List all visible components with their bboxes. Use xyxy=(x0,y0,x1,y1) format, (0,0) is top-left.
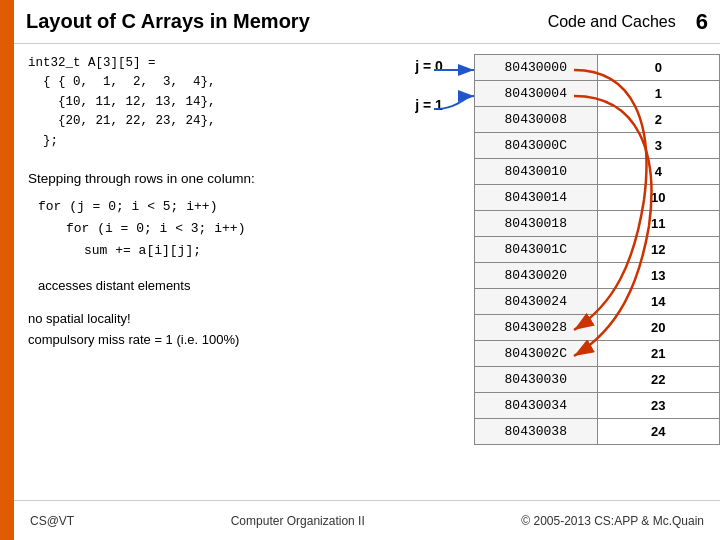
mem-val-cell: 14 xyxy=(597,289,720,315)
code-line-3: {10, 11, 12, 13, 14}, xyxy=(28,93,370,112)
mem-val-cell: 3 xyxy=(597,133,720,159)
mem-addr-cell: 80430030 xyxy=(475,367,598,393)
footer: CS@VT Computer Organization II © 2005-20… xyxy=(14,500,720,540)
for-line-3: sum += a[i][j]; xyxy=(84,240,370,262)
header-right: Code and Caches 6 xyxy=(548,9,708,35)
footer-right: © 2005-2013 CS:APP & Mc.Quain xyxy=(521,514,704,528)
mem-addr-cell: 80430028 xyxy=(475,315,598,341)
mem-addr-cell: 80430014 xyxy=(475,185,598,211)
locality-line-1: no spatial locality! xyxy=(28,309,370,330)
slide-number: 6 xyxy=(696,9,708,35)
memory-table: 80430000 0 80430004 1 80430008 2 8043000… xyxy=(474,54,720,445)
sidebar-bar xyxy=(0,0,14,540)
code-line-4: {20, 21, 22, 23, 24}, xyxy=(28,112,370,131)
table-row: 80430034 23 xyxy=(475,393,720,419)
footer-left: CS@VT xyxy=(30,514,74,528)
table-row: 80430028 20 xyxy=(475,315,720,341)
for-line-1: for (j = 0; i < 5; i++) xyxy=(38,196,370,218)
mem-val-cell: 20 xyxy=(597,315,720,341)
mem-val-cell: 10 xyxy=(597,185,720,211)
page-title: Layout of C Arrays in Memory xyxy=(26,10,310,33)
j1-label: j = 1 xyxy=(415,97,443,113)
j0-label: j = 0 xyxy=(415,58,443,74)
mem-val-cell: 4 xyxy=(597,159,720,185)
mem-addr-cell: 80430008 xyxy=(475,107,598,133)
mem-val-cell: 1 xyxy=(597,81,720,107)
table-row: 8043000C 3 xyxy=(475,133,720,159)
course-label: Code and Caches xyxy=(548,13,676,31)
header: Layout of C Arrays in Memory Code and Ca… xyxy=(14,0,720,44)
mem-addr-cell: 8043000C xyxy=(475,133,598,159)
table-row: 8043002C 21 xyxy=(475,341,720,367)
table-row: 80430038 24 xyxy=(475,419,720,445)
mem-addr-cell: 80430020 xyxy=(475,263,598,289)
mem-val-cell: 11 xyxy=(597,211,720,237)
footer-center: Computer Organization II xyxy=(231,514,365,528)
table-row: 80430008 2 xyxy=(475,107,720,133)
for-line-2: for (i = 0; i < 3; i++) xyxy=(66,218,370,240)
table-row: 8043001C 12 xyxy=(475,237,720,263)
locality-text: no spatial locality! compulsory miss rat… xyxy=(28,309,370,351)
table-row: 80430024 14 xyxy=(475,289,720,315)
mem-addr-cell: 80430010 xyxy=(475,159,598,185)
table-row: 80430014 10 xyxy=(475,185,720,211)
for-loop: for (j = 0; i < 5; i++) for (i = 0; i < … xyxy=(38,196,370,262)
mem-val-cell: 13 xyxy=(597,263,720,289)
mem-val-cell: 0 xyxy=(597,55,720,81)
table-row: 80430004 1 xyxy=(475,81,720,107)
locality-line-2: compulsory miss rate = 1 (i.e. 100%) xyxy=(28,330,370,351)
mem-addr-cell: 8043001C xyxy=(475,237,598,263)
mem-addr-cell: 80430004 xyxy=(475,81,598,107)
table-row: 80430000 0 xyxy=(475,55,720,81)
table-row: 80430020 13 xyxy=(475,263,720,289)
mem-val-cell: 2 xyxy=(597,107,720,133)
right-panel: 80430000 0 80430004 1 80430008 2 8043000… xyxy=(474,44,720,496)
mem-addr-cell: 8043002C xyxy=(475,341,598,367)
code-line-2: { { 0, 1, 2, 3, 4}, xyxy=(28,73,370,92)
mem-addr-cell: 80430034 xyxy=(475,393,598,419)
mem-addr-cell: 80430024 xyxy=(475,289,598,315)
mem-val-cell: 23 xyxy=(597,393,720,419)
mem-val-cell: 21 xyxy=(597,341,720,367)
code-line-1: int32_t A[3][5] = xyxy=(28,54,370,73)
table-row: 80430018 11 xyxy=(475,211,720,237)
mem-addr-cell: 80430038 xyxy=(475,419,598,445)
accesses-label: accesses distant elements xyxy=(38,278,370,293)
mem-addr-cell: 80430018 xyxy=(475,211,598,237)
code-line-5: }; xyxy=(28,132,370,151)
table-row: 80430030 22 xyxy=(475,367,720,393)
main-content: int32_t A[3][5] = { { 0, 1, 2, 3, 4}, {1… xyxy=(14,44,720,496)
middle-panel: j = 0 j = 1 xyxy=(384,44,474,496)
left-panel: int32_t A[3][5] = { { 0, 1, 2, 3, 4}, {1… xyxy=(14,44,384,496)
section-label: Stepping through rows in one column: xyxy=(28,171,370,186)
mem-addr-cell: 80430000 xyxy=(475,55,598,81)
mem-val-cell: 22 xyxy=(597,367,720,393)
mem-val-cell: 12 xyxy=(597,237,720,263)
code-block: int32_t A[3][5] = { { 0, 1, 2, 3, 4}, {1… xyxy=(28,54,370,151)
mem-val-cell: 24 xyxy=(597,419,720,445)
table-row: 80430010 4 xyxy=(475,159,720,185)
